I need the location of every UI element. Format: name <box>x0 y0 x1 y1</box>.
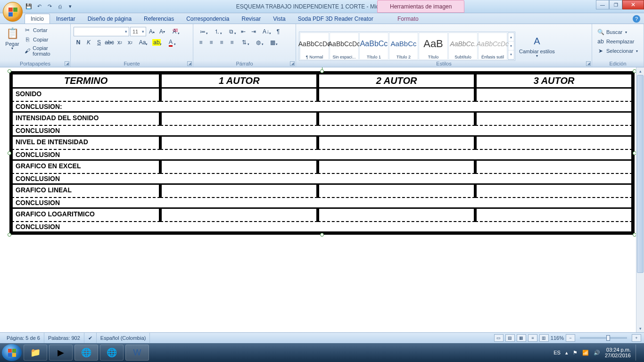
vscroll-thumb[interactable] <box>637 75 644 273</box>
tray-volume-icon[interactable]: 🔊 <box>594 350 600 356</box>
style-normal[interactable]: AaBbCcDc¶ Normal <box>300 33 329 60</box>
font-size-combo[interactable]: 11 <box>130 27 146 36</box>
tray-language[interactable]: ES <box>553 350 561 355</box>
zoom-slider-thumb[interactable] <box>606 335 610 341</box>
styles-gallery[interactable]: AaBbCcDc¶ Normal AaBbCcDcSin espaci... A… <box>299 32 515 61</box>
vertical-scrollbar[interactable]: ▴ ▾ <box>636 67 644 332</box>
underline-button[interactable]: S <box>94 38 104 47</box>
status-proofing[interactable]: ✔ <box>84 333 97 343</box>
start-button[interactable] <box>2 344 22 361</box>
style-titulo1[interactable]: AaBbCcTítulo 1 <box>359 33 388 60</box>
zoom-level[interactable]: 116% <box>551 335 564 341</box>
style-titulo[interactable]: AaBTítulo <box>419 33 448 60</box>
tray-show-hidden-icon[interactable]: ▴ <box>565 350 568 356</box>
find-button[interactable]: 🔍Buscar▾ <box>595 28 640 36</box>
align-right-button[interactable]: ≡ <box>217 38 226 47</box>
subscript-button[interactable]: x2 <box>115 38 124 47</box>
resize-handle-sw[interactable] <box>8 233 11 237</box>
tray-clock[interactable]: 03:24 p.m. 27/02/2016 <box>605 347 631 358</box>
paste-button[interactable]: 📋 Pegar ▾ <box>3 25 22 52</box>
tray-network-icon[interactable]: 📶 <box>582 350 589 356</box>
resize-handle-nw[interactable] <box>8 69 11 73</box>
view-fullscreen-button[interactable]: ▤ <box>505 334 515 342</box>
resize-handle-n[interactable] <box>320 69 324 73</box>
align-left-button[interactable]: ≡ <box>196 38 206 47</box>
zoom-out-button[interactable]: − <box>566 334 575 342</box>
font-dialog-launcher[interactable]: ◢ <box>187 61 192 66</box>
clipboard-dialog-launcher[interactable]: ◢ <box>65 61 69 66</box>
copy-button[interactable]: ⎘Copiar <box>22 35 67 44</box>
font-name-combo[interactable] <box>74 27 129 36</box>
numbering-button[interactable]: ⒈ <box>210 27 223 36</box>
change-styles-button[interactable]: A Cambiar estilos ▾ <box>517 33 557 59</box>
tab-diseno-pagina[interactable]: Diseño de página <box>82 14 138 24</box>
resize-handle-w[interactable] <box>8 151 11 155</box>
shrink-font-button[interactable]: A▾ <box>157 27 167 36</box>
tab-correspondencia[interactable]: Correspondencia <box>180 14 235 24</box>
show-marks-button[interactable]: ¶ <box>273 27 283 36</box>
qat-more-icon[interactable]: ▾ <box>66 2 74 11</box>
bullets-button[interactable]: ≔ <box>196 27 209 36</box>
decrease-indent-button[interactable]: ⇤ <box>239 27 248 36</box>
multilevel-list-button[interactable]: ⧉ <box>224 27 238 36</box>
tab-referencias[interactable]: Referencias <box>138 14 180 24</box>
strikethrough-button[interactable]: abc <box>105 38 114 47</box>
styles-dialog-launcher[interactable]: ◢ <box>586 61 591 66</box>
view-outline-button[interactable]: ≡ <box>528 334 537 342</box>
taskbar-mediaplayer[interactable]: ▶ <box>49 345 73 361</box>
style-subtitulo[interactable]: AaBbCc.Subtítulo <box>448 33 478 60</box>
view-print-layout-button[interactable]: ▭ <box>494 334 504 342</box>
align-center-button[interactable]: ≡ <box>206 38 216 47</box>
scroll-down-button[interactable]: ▾ <box>636 325 644 332</box>
taskbar-chrome-2[interactable]: 🌐 <box>100 345 124 361</box>
minimize-button[interactable]: — <box>596 0 609 9</box>
zoom-slider[interactable] <box>580 337 627 339</box>
style-sin-espaciado[interactable]: AaBbCcDcSin espaci... <box>330 33 359 60</box>
maximize-button[interactable]: ❐ <box>609 0 622 9</box>
font-color-button[interactable]: A <box>164 38 177 47</box>
show-desktop-button[interactable] <box>636 345 639 361</box>
taskbar-explorer[interactable]: 📁 <box>24 345 47 361</box>
paragraph-dialog-launcher[interactable]: ◢ <box>290 61 295 66</box>
increase-indent-button[interactable]: ⇥ <box>249 27 258 36</box>
styles-gallery-scroll[interactable]: ▴▾▾ <box>508 33 514 60</box>
help-button[interactable]: ? <box>633 15 640 23</box>
superscript-button[interactable]: x2 <box>125 38 135 47</box>
select-button[interactable]: ➤Seleccionar▾ <box>595 47 640 55</box>
tab-inicio[interactable]: Inicio <box>25 14 50 24</box>
qat-save-icon[interactable]: 💾 <box>25 2 33 11</box>
status-words[interactable]: Palabras: 902 <box>44 333 84 343</box>
bold-button[interactable]: N <box>74 38 83 47</box>
tab-soda-pdf[interactable]: Soda PDF 3D Reader Creator <box>292 14 380 24</box>
status-language[interactable]: Español (Colombia) <box>97 333 150 343</box>
highlight-button[interactable]: ab <box>150 38 163 47</box>
scroll-up-button[interactable]: ▴ <box>636 67 644 75</box>
borders-button[interactable]: ▦ <box>266 38 279 47</box>
selected-image-object[interactable]: TERMINO 1 AUTOR 2 AUTOR 3 AUTOR SONIDO C… <box>9 71 635 235</box>
tab-formato[interactable]: Formato <box>391 14 425 24</box>
close-button[interactable]: ✕ <box>622 0 644 9</box>
qat-print-icon[interactable]: ⎙ <box>56 2 64 11</box>
style-titulo2[interactable]: AaBbCcTítulo 2 <box>389 33 418 60</box>
tab-insertar[interactable]: Insertar <box>50 14 82 24</box>
shading-button[interactable]: ◍ <box>252 38 265 47</box>
replace-button[interactable]: abReemplazar <box>595 37 640 46</box>
document-area[interactable]: TERMINO 1 AUTOR 2 AUTOR 3 AUTOR SONIDO C… <box>0 67 644 332</box>
grow-font-button[interactable]: A▴ <box>147 27 157 36</box>
tab-vista[interactable]: Vista <box>267 14 291 24</box>
sort-button[interactable]: A↓ <box>259 27 272 36</box>
status-page[interactable]: Página: 5 de 6 <box>3 333 44 343</box>
taskbar-chrome[interactable]: 🌐 <box>74 345 98 361</box>
italic-button[interactable]: K <box>84 38 93 47</box>
line-spacing-button[interactable]: ⇅ <box>238 38 251 47</box>
tray-action-center-icon[interactable]: ⚑ <box>573 350 578 356</box>
office-button[interactable] <box>3 2 23 22</box>
justify-button[interactable]: ≡ <box>227 38 237 47</box>
style-enfasis-sutil[interactable]: AaBbCcDcÉnfasis sutil <box>478 33 507 60</box>
resize-handle-s[interactable] <box>320 233 324 237</box>
format-painter-button[interactable]: 🖌Copiar formato <box>22 45 67 57</box>
change-case-button[interactable]: Aa <box>136 38 149 47</box>
cut-button[interactable]: ✂Cortar <box>22 26 67 34</box>
view-draft-button[interactable]: ▥ <box>539 334 549 342</box>
view-web-button[interactable]: ▦ <box>517 334 526 342</box>
